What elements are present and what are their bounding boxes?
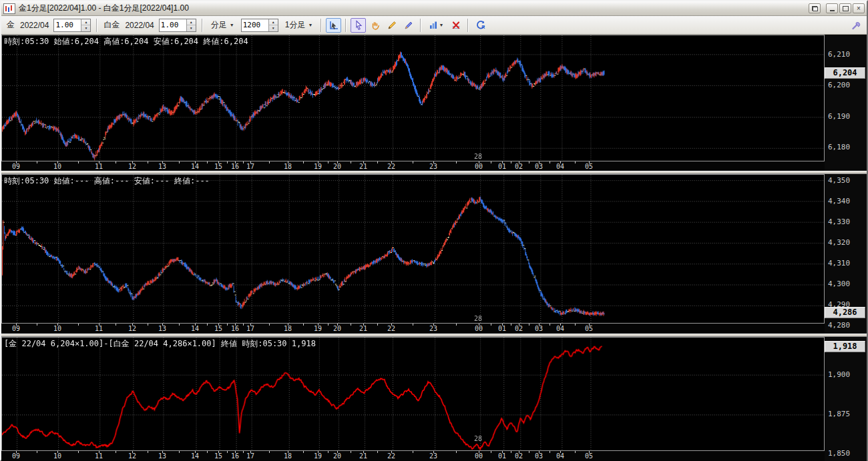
x-axis-hour-label: 11 xyxy=(91,325,106,332)
platinum-last-price-marker: 4,286 xyxy=(825,307,865,318)
x-axis-hour-label: 03 xyxy=(531,325,546,332)
minimize-button[interactable] xyxy=(826,3,838,13)
chart-select-tool-button[interactable] xyxy=(326,18,341,33)
spin-up-icon[interactable]: ▲ xyxy=(269,19,278,26)
x-axis-tick-mark xyxy=(529,451,529,453)
wrench-icon xyxy=(851,20,861,31)
x-axis-hour-label: 03 xyxy=(531,452,546,460)
x-axis-tick-mark xyxy=(351,324,351,326)
gold-last-price-marker: 6,204 xyxy=(825,67,865,79)
cursor-tool-button[interactable] xyxy=(351,18,366,33)
bar-count-spinner[interactable]: ▲▼ xyxy=(241,19,278,32)
y-axis-tick-label: 4,350 xyxy=(828,176,850,185)
x-axis-tick-mark xyxy=(78,451,79,453)
platinum-multiplier-input[interactable] xyxy=(160,19,186,31)
spread-chart-canvas[interactable] xyxy=(2,338,824,450)
x-axis-tick-mark xyxy=(529,161,529,163)
platinum-info-line: 時刻:05:30 始値:--- 高値:--- 安値:--- 終値:--- xyxy=(4,175,210,187)
app-window: 金1分足[2022/04]1.00 - 白金1分足[2022/04]1.00 ×… xyxy=(0,0,868,461)
x-axis-tick-mark xyxy=(328,161,329,163)
x-axis-hour-label: 18 xyxy=(280,452,295,460)
x-axis-tick-mark xyxy=(78,161,79,163)
platinum-chart-canvas[interactable] xyxy=(2,175,824,323)
bar-type-dropdown[interactable]: 分足▼ xyxy=(208,18,238,33)
platinum-plot-area[interactable]: 時刻:05:30 始値:--- 高値:--- 安値:--- 終値:--- 28 xyxy=(1,174,825,324)
x-axis-hour-label: 13 xyxy=(155,163,170,170)
gold-time-axis[interactable]: 0910111213141516171819202122230001020304… xyxy=(1,161,825,171)
x-axis-tick-mark xyxy=(491,161,491,163)
x-axis-hour-label: 01 xyxy=(495,325,509,332)
close-button[interactable]: × xyxy=(853,3,865,13)
x-axis-tick-mark xyxy=(116,451,116,453)
pan-tool-button[interactable] xyxy=(367,18,383,33)
x-axis-hour-label: 14 xyxy=(188,325,202,332)
y-axis-tick-label: 1,850 xyxy=(828,449,850,458)
x-axis-hour-label: 03 xyxy=(531,163,546,170)
chevron-down-icon: ▼ xyxy=(439,23,443,27)
x-axis-hour-label: 02 xyxy=(511,452,526,460)
x-axis-hour-label: 17 xyxy=(243,325,258,332)
gold-multiplier-input[interactable] xyxy=(54,19,81,31)
x-axis-hour-label: 20 xyxy=(330,163,345,170)
float-window-button[interactable] xyxy=(809,3,821,13)
gold-chart-canvas[interactable] xyxy=(2,35,824,161)
spread-time-axis[interactable]: 0910111213141516171819202122230001020304… xyxy=(1,451,825,461)
x-axis-tick-mark xyxy=(303,451,304,453)
x-axis-hour-label: 10 xyxy=(50,325,65,332)
x-axis-tick-mark xyxy=(148,451,148,453)
spread-plot-area[interactable]: [金 22/04 6,204×1.00]-[白金 22/04 4,286×1.0… xyxy=(1,337,825,451)
x-axis-hour-label: 14 xyxy=(188,163,202,170)
title-bar[interactable]: 金1分足[2022/04]1.00 - 白金1分足[2022/04]1.00 × xyxy=(1,1,867,16)
indicator-dropdown-button[interactable]: ▼ xyxy=(425,18,447,33)
marker-tool-button[interactable] xyxy=(401,18,416,33)
platinum-chart-panel: 時刻:05:30 始値:--- 高値:--- 安値:--- 終値:--- 28 … xyxy=(1,174,867,334)
pencil-tool-button[interactable] xyxy=(384,18,399,33)
x-axis-tick-mark xyxy=(37,324,37,326)
x-axis-hour-label: 13 xyxy=(155,325,170,332)
chevron-down-icon: ▼ xyxy=(308,23,312,27)
platinum-price-axis[interactable]: 4,286 4,3504,3404,3304,3204,3104,3004,29… xyxy=(825,174,867,334)
y-axis-tick-label: 6,180 xyxy=(828,143,850,151)
svg-text:R: R xyxy=(481,24,485,29)
platinum-time-axis[interactable]: 0910111213141516171819202122230001020304… xyxy=(1,324,825,334)
interval-dropdown[interactable]: 1分足▼ xyxy=(282,18,316,33)
x-axis-hour-label: 17 xyxy=(243,163,258,170)
x-axis-tick-mark xyxy=(377,324,378,326)
y-axis-tick-label: 4,300 xyxy=(828,280,850,288)
x-axis-hour-label: 01 xyxy=(495,452,509,460)
window-title: 金1分足[2022/04]1.00 - 白金1分足[2022/04]1.00 xyxy=(19,3,807,14)
x-axis-hour-label: 12 xyxy=(125,325,140,332)
gold-multiplier-spinner[interactable]: ▲▼ xyxy=(53,19,91,32)
gold-plot-area[interactable]: 時刻:05:30 始値:6,204 高値:6,204 安値:6,204 終値:6… xyxy=(1,35,825,161)
spread-info-line: [金 22/04 6,204×1.00]-[白金 22/04 4,286×1.0… xyxy=(4,338,316,350)
x-axis-hour-label: 02 xyxy=(511,163,526,170)
spin-up-icon[interactable]: ▲ xyxy=(81,19,90,26)
x-axis-tick-mark xyxy=(491,451,491,453)
platinum-multiplier-spinner[interactable]: ▲▼ xyxy=(159,19,196,32)
chart-stack: 時刻:05:30 始値:6,204 高値:6,204 安値:6,204 終値:6… xyxy=(1,35,867,461)
x-axis-hour-label: 02 xyxy=(511,325,526,332)
x-axis-hour-label: 19 xyxy=(310,163,325,170)
x-axis-tick-mark xyxy=(269,161,270,163)
x-axis-tick-mark xyxy=(269,451,270,453)
spread-price-axis[interactable]: 1,918 1,9001,8751,850 xyxy=(825,337,867,461)
maximize-button[interactable] xyxy=(839,3,851,13)
toolbar: 金 2022/04 ▲▼ 白金 2022/04 ▲▼ 分足▼ ▲▼ 1分足▼ xyxy=(1,16,867,35)
x-axis-tick-mark xyxy=(179,324,180,326)
x-axis-tick-mark xyxy=(148,324,148,326)
reload-button[interactable]: R xyxy=(473,18,488,33)
gold-price-axis[interactable]: 6,204 6,2106,2006,1906,180 xyxy=(825,35,867,171)
spin-down-icon[interactable]: ▼ xyxy=(81,25,90,31)
spin-down-icon[interactable]: ▼ xyxy=(269,25,278,31)
spin-down-icon[interactable]: ▼ xyxy=(187,25,196,31)
x-axis-hour-label: 20 xyxy=(330,452,345,460)
delete-drawings-button[interactable] xyxy=(448,18,463,33)
settings-button[interactable] xyxy=(848,18,863,33)
x-axis-tick-mark xyxy=(575,451,576,453)
bar-count-input[interactable] xyxy=(242,19,268,31)
x-axis-tick-mark xyxy=(78,324,79,326)
chart-select-icon xyxy=(329,20,339,31)
hand-icon xyxy=(370,20,381,31)
x-axis-tick-mark xyxy=(575,324,576,326)
spin-up-icon[interactable]: ▲ xyxy=(187,19,196,26)
